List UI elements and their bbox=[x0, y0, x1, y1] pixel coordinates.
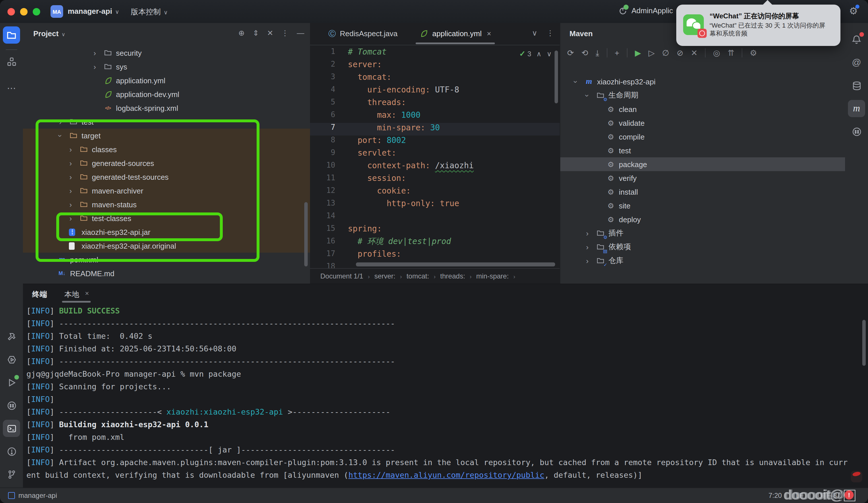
expand-all-icon[interactable]: ⇕ bbox=[252, 29, 259, 37]
hidden-tabs-icon[interactable]: ∨ bbox=[532, 29, 537, 37]
prev-problem-icon[interactable]: ∧ bbox=[537, 50, 541, 58]
status-project-widget[interactable]: manager-api bbox=[8, 492, 57, 500]
chevron-collapsed-icon[interactable]: › bbox=[585, 229, 590, 237]
code-editor[interactable]: 123456789101112131415161718# Tomcatserve… bbox=[310, 45, 560, 269]
tree-item--[interactable]: ›✓仓库 bbox=[560, 254, 845, 268]
download-sources-icon[interactable]: ⤓ bbox=[596, 48, 599, 58]
chevron-collapsed-icon[interactable]: › bbox=[585, 243, 590, 251]
breadcrumb-item[interactable]: min-spare: bbox=[476, 272, 509, 280]
tree-item-xiaozhi-esp32-api[interactable]: ›mxiaozhi-esp32-api bbox=[560, 75, 845, 89]
terminal-output[interactable]: [INFO] BUILD SUCCESS[INFO] -------------… bbox=[23, 305, 868, 488]
close-tab-icon[interactable]: × bbox=[487, 29, 491, 38]
hide-panel-icon[interactable]: — bbox=[297, 29, 304, 37]
tree-item-sys[interactable]: ›sys bbox=[23, 60, 310, 73]
toggle-offline-mode-icon[interactable]: ∅ bbox=[662, 48, 669, 58]
tree-item-logback-spring-xml[interactable]: </>logback-spring.xml bbox=[23, 101, 310, 115]
reload-maven-projects-icon[interactable]: ⟳ bbox=[567, 48, 574, 58]
tree-item-deploy[interactable]: ⚙deploy bbox=[560, 213, 845, 226]
tree-item-test[interactable]: ⚙test bbox=[560, 144, 845, 157]
maven-settings-icon[interactable]: ⚙ bbox=[750, 48, 757, 58]
services-tool-button[interactable] bbox=[3, 351, 20, 368]
editor-vertical-scrollbar[interactable] bbox=[555, 51, 558, 103]
breadcrumb[interactable]: Document 1/1›server:›tomcat:›threads:›mi… bbox=[310, 268, 560, 284]
project-folder-tool-button[interactable] bbox=[3, 27, 20, 44]
tree-item--[interactable]: ›⚙生命周期 bbox=[560, 89, 845, 102]
more-options-icon[interactable]: ⋮ bbox=[281, 29, 289, 37]
chevron-collapsed-icon[interactable]: › bbox=[92, 62, 97, 71]
chevron-down-icon: ∨ bbox=[164, 9, 168, 16]
breadcrumb-item[interactable]: Document 1/1 bbox=[320, 272, 363, 280]
inspection-widget[interactable]: ✓ 3 ∧ ∨ bbox=[519, 49, 552, 58]
tab-redisaspect-java[interactable]: Ⓒ RedisAspect.java bbox=[323, 23, 403, 44]
tree-item--[interactable]: ›▤依赖项 bbox=[560, 240, 845, 254]
close-window-button[interactable] bbox=[8, 8, 15, 16]
tree-item-site[interactable]: ⚙site bbox=[560, 199, 845, 213]
collapse-tree-icon[interactable]: ✕ bbox=[691, 48, 698, 58]
version-control-tool-button[interactable] bbox=[3, 466, 20, 483]
tree-item-application-dev-yml[interactable]: application-dev.yml bbox=[23, 87, 310, 101]
execute-maven-goal-icon[interactable]: ▷ bbox=[648, 48, 655, 58]
dependency-analyzer-icon[interactable]: ◎ bbox=[713, 48, 720, 58]
tree-item-security[interactable]: ›security bbox=[23, 46, 310, 60]
breadcrumb-item[interactable]: server: bbox=[374, 272, 395, 280]
vcs-menu[interactable]: 版本控制∨ bbox=[131, 7, 168, 17]
database-tool-button[interactable] bbox=[848, 77, 865, 94]
minimize-window-button[interactable] bbox=[20, 8, 28, 16]
project-panel-title[interactable]: Project∨ bbox=[33, 29, 65, 38]
tree-item-validate[interactable]: ⚙validate bbox=[560, 116, 845, 130]
zoom-window-button[interactable] bbox=[33, 8, 40, 16]
tree-item-package[interactable]: ⚙package bbox=[560, 157, 845, 171]
structure-tool-button[interactable] bbox=[3, 53, 20, 70]
dependencies-tool-button[interactable] bbox=[848, 123, 865, 140]
skip-tests-icon[interactable]: ⊘ bbox=[676, 48, 683, 58]
chevron-collapsed-icon[interactable]: › bbox=[92, 49, 97, 57]
terminal-scrollbar[interactable] bbox=[862, 320, 866, 366]
tab-application-yml[interactable]: application.yml × bbox=[413, 23, 497, 44]
chevron-collapsed-icon[interactable]: › bbox=[585, 256, 590, 265]
notifications-tool-button[interactable] bbox=[848, 31, 865, 48]
terminal-panel-title[interactable]: 终端 bbox=[32, 289, 47, 300]
profiler-tool-button[interactable] bbox=[3, 397, 20, 414]
tree-item-compile[interactable]: ⚙compile bbox=[560, 130, 845, 144]
folder-chart-icon: ▤ bbox=[596, 242, 605, 252]
caret-position-widget[interactable]: 7:20 bbox=[768, 492, 782, 500]
terminal-link[interactable]: https://maven.aliyun.com/repository/publ… bbox=[349, 470, 545, 480]
expand-all-nodes-icon[interactable]: ⇈ bbox=[727, 48, 734, 58]
project-panel-header: Project∨ ⊕⇕✕⋮— bbox=[23, 23, 310, 45]
project-scrollbar[interactable] bbox=[304, 202, 308, 266]
tree-item-clean[interactable]: ⚙clean bbox=[560, 102, 845, 116]
editor-horizontal-scrollbar[interactable] bbox=[356, 263, 555, 266]
breadcrumb-item[interactable]: tomcat: bbox=[406, 272, 429, 280]
terminal-tool-button[interactable] bbox=[3, 420, 20, 437]
tree-item--[interactable]: ›⚙插件 bbox=[560, 226, 845, 240]
run-maven-goal-icon[interactable]: ▶ bbox=[635, 48, 641, 58]
terminal-tab-local[interactable]: 本地 bbox=[64, 289, 79, 300]
breadcrumb-item[interactable]: threads: bbox=[440, 272, 465, 280]
more-tool-windows-tool-button[interactable]: ⋯ bbox=[3, 79, 20, 96]
chevron-expanded-icon[interactable]: › bbox=[571, 79, 580, 84]
maven-tool-button[interactable]: m bbox=[848, 100, 865, 117]
ide-settings-gear-icon[interactable]: ⚙ bbox=[849, 5, 858, 17]
run-configuration-selector[interactable]: AdminApplic bbox=[619, 6, 673, 15]
close-terminal-tab-icon[interactable]: × bbox=[85, 289, 89, 297]
notification-alert-icon[interactable]: ! bbox=[844, 490, 855, 501]
terminal-line: [INFO] Scanning for projects... bbox=[27, 382, 171, 391]
problems-tool-button[interactable] bbox=[3, 443, 20, 460]
locate-file-icon[interactable]: ⊕ bbox=[238, 29, 245, 37]
tree-item-install[interactable]: ⚙install bbox=[560, 185, 845, 199]
tree-item-external-libraries[interactable]: ›External Libraries bbox=[23, 280, 310, 284]
project-menu[interactable]: manager-api∨ bbox=[68, 7, 119, 16]
reload-all-projects-icon[interactable]: ⟲ bbox=[581, 48, 588, 58]
tree-item-verify[interactable]: ⚙verify bbox=[560, 171, 845, 185]
build-tool-button[interactable] bbox=[3, 328, 20, 345]
tree-item-readme-md[interactable]: M↓README.md bbox=[23, 266, 310, 280]
wechat-screen-access-notification[interactable]: “WeChat” 正在访问你的屏幕 “WeChat” 已在过去 30 天 1 次… bbox=[676, 4, 840, 46]
tree-item-application-yml[interactable]: application.yml bbox=[23, 73, 310, 87]
run-tool-button[interactable] bbox=[3, 374, 20, 391]
tab-options-icon[interactable]: ⋮ bbox=[547, 29, 554, 37]
collapse-all-icon[interactable]: ✕ bbox=[267, 29, 273, 37]
chevron-expanded-icon[interactable]: › bbox=[583, 92, 592, 98]
ai-assistant-tool-button[interactable]: @ bbox=[848, 54, 865, 71]
next-problem-icon[interactable]: ∨ bbox=[547, 50, 552, 58]
add-maven-project-icon[interactable]: + bbox=[614, 48, 619, 58]
